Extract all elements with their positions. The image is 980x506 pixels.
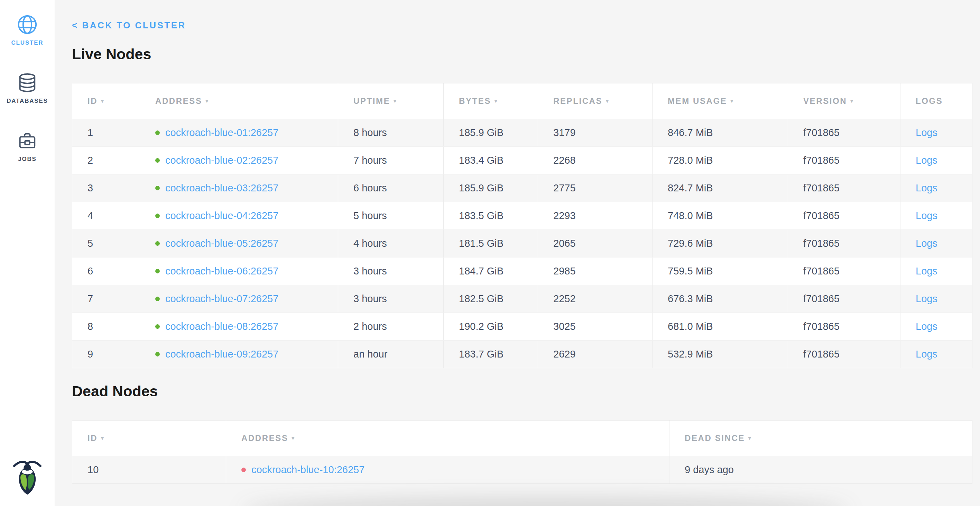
dead-nodes-body: 10 cockroach-blue-10:26257 9 days ago (72, 456, 972, 484)
table-row: 7 cockroach-blue-07:26257 3 hours 182.5 … (72, 285, 972, 313)
uptime-cell: 3 hours (338, 257, 443, 285)
replicas-cell: 2268 (538, 147, 652, 174)
replicas-cell: 2985 (538, 257, 652, 285)
column-header-bytes[interactable]: BYTES▾ (443, 83, 538, 119)
uptime-cell: 5 hours (338, 202, 443, 230)
logs-cell: Logs (900, 257, 972, 285)
column-header-id[interactable]: ID▾ (72, 420, 226, 456)
logs-link[interactable]: Logs (916, 238, 937, 249)
node-id-cell: 7 (72, 285, 140, 313)
node-address-link[interactable]: cockroach-blue-06:26257 (165, 265, 278, 277)
live-status-dot (155, 324, 160, 329)
node-id-cell: 3 (72, 174, 140, 202)
column-header-address[interactable]: ADDRESS▾ (226, 420, 669, 456)
node-address-link[interactable]: cockroach-blue-05:26257 (165, 238, 278, 249)
bytes-cell: 185.9 GiB (443, 174, 538, 202)
live-status-dot (155, 352, 160, 356)
column-header-mem-usage[interactable]: MEM USAGE▾ (652, 83, 788, 119)
replicas-cell: 3025 (538, 313, 652, 340)
node-address-link[interactable]: cockroach-blue-04:26257 (165, 210, 278, 222)
column-header-replicas[interactable]: REPLICAS▾ (538, 83, 652, 119)
node-address-link[interactable]: cockroach-blue-08:26257 (165, 321, 278, 332)
column-header-uptime[interactable]: UPTIME▾ (338, 83, 443, 119)
sort-arrow-icon: ▾ (850, 98, 854, 104)
table-row: 1 cockroach-blue-01:26257 8 hours 185.9 … (72, 119, 972, 147)
node-id-cell: 9 (72, 340, 140, 368)
version-cell: f701865 (788, 202, 900, 230)
node-id-cell: 8 (72, 313, 140, 340)
live-nodes-body: 1 cockroach-blue-01:26257 8 hours 185.9 … (72, 119, 972, 368)
mem-usage-cell: 759.5 MiB (652, 257, 788, 285)
logs-cell: Logs (900, 230, 972, 257)
sidebar-item-databases[interactable]: DATABASES (6, 72, 48, 105)
mem-usage-cell: 532.9 MiB (652, 340, 788, 368)
column-header-version[interactable]: VERSION▾ (788, 83, 900, 119)
column-header-id[interactable]: ID▾ (72, 83, 140, 119)
node-address-cell: cockroach-blue-02:26257 (140, 147, 338, 174)
table-row: 3 cockroach-blue-03:26257 6 hours 185.9 … (72, 174, 972, 202)
sort-arrow-icon: ▾ (101, 435, 105, 441)
logs-link[interactable]: Logs (916, 155, 937, 166)
sidebar-item-jobs[interactable]: JOBS (17, 130, 38, 163)
sort-arrow-icon: ▾ (730, 98, 734, 104)
sidebar-item-label: DATABASES (6, 97, 48, 105)
mem-usage-cell: 729.6 MiB (652, 230, 788, 257)
node-address-link[interactable]: cockroach-blue-07:26257 (165, 293, 278, 305)
version-cell: f701865 (788, 147, 900, 174)
sidebar-item-cluster[interactable]: CLUSTER (11, 14, 44, 46)
sidebar: CLUSTER DATABASES JOBS (0, 0, 55, 506)
back-to-cluster-link[interactable]: < BACK TO CLUSTER (72, 20, 186, 30)
logs-link[interactable]: Logs (916, 321, 937, 332)
dead-nodes-table: ID▾ ADDRESS▾ DEAD SINCE▾ 10 cockroach-bl… (72, 420, 972, 484)
live-nodes-header-row: ID▾ ADDRESS▾ UPTIME▾ BYTES▾ REPLICAS▾ ME… (72, 83, 972, 119)
logs-cell: Logs (900, 285, 972, 313)
replicas-cell: 2252 (538, 285, 652, 313)
bytes-cell: 182.5 GiB (443, 285, 538, 313)
bytes-cell: 190.2 GiB (443, 313, 538, 340)
sort-arrow-icon: ▾ (606, 98, 609, 104)
uptime-cell: an hour (338, 340, 443, 368)
live-nodes-title: Live Nodes (72, 45, 972, 63)
mem-usage-cell: 681.0 MiB (652, 313, 788, 340)
table-row: 10 cockroach-blue-10:26257 9 days ago (72, 456, 972, 484)
main-content: < BACK TO CLUSTER Live Nodes ID▾ ADDRESS… (55, 0, 980, 506)
replicas-cell: 2629 (538, 340, 652, 368)
bytes-cell: 185.9 GiB (443, 119, 538, 147)
node-address-link[interactable]: cockroach-blue-09:26257 (165, 348, 278, 360)
logs-link[interactable]: Logs (916, 293, 937, 305)
node-address-cell: cockroach-blue-08:26257 (140, 313, 338, 340)
sort-arrow-icon: ▾ (393, 98, 397, 104)
logs-cell: Logs (900, 147, 972, 174)
sidebar-item-label: JOBS (18, 156, 37, 163)
logs-link[interactable]: Logs (916, 182, 937, 194)
node-address-link[interactable]: cockroach-blue-01:26257 (165, 127, 278, 139)
logs-link[interactable]: Logs (916, 127, 937, 139)
cockroachdb-logo (11, 458, 44, 498)
node-address-cell: cockroach-blue-01:26257 (140, 119, 338, 147)
logs-cell: Logs (900, 119, 972, 147)
dead-nodes-header-row: ID▾ ADDRESS▾ DEAD SINCE▾ (72, 420, 972, 456)
bytes-cell: 183.4 GiB (443, 147, 538, 174)
column-header-dead-since[interactable]: DEAD SINCE▾ (669, 420, 972, 456)
live-status-dot (155, 158, 160, 163)
mem-usage-cell: 728.0 MiB (652, 147, 788, 174)
bytes-cell: 181.5 GiB (443, 230, 538, 257)
bytes-cell: 183.5 GiB (443, 202, 538, 230)
table-row: 9 cockroach-blue-09:26257 an hour 183.7 … (72, 340, 972, 368)
node-address-link[interactable]: cockroach-blue-02:26257 (165, 155, 278, 166)
dead-nodes-title: Dead Nodes (72, 382, 972, 400)
table-row: 5 cockroach-blue-05:26257 4 hours 181.5 … (72, 230, 972, 257)
uptime-cell: 8 hours (338, 119, 443, 147)
sort-arrow-icon: ▾ (292, 435, 295, 441)
logs-link[interactable]: Logs (916, 210, 937, 222)
logs-link[interactable]: Logs (916, 348, 937, 360)
logs-cell: Logs (900, 174, 972, 202)
node-id-cell: 10 (72, 456, 226, 484)
node-address-link[interactable]: cockroach-blue-10:26257 (251, 464, 364, 476)
node-address-cell: cockroach-blue-04:26257 (140, 202, 338, 230)
uptime-cell: 4 hours (338, 230, 443, 257)
logs-link[interactable]: Logs (916, 265, 937, 277)
node-address-link[interactable]: cockroach-blue-03:26257 (165, 182, 278, 194)
column-header-address[interactable]: ADDRESS▾ (140, 83, 338, 119)
table-row: 2 cockroach-blue-02:26257 7 hours 183.4 … (72, 147, 972, 174)
